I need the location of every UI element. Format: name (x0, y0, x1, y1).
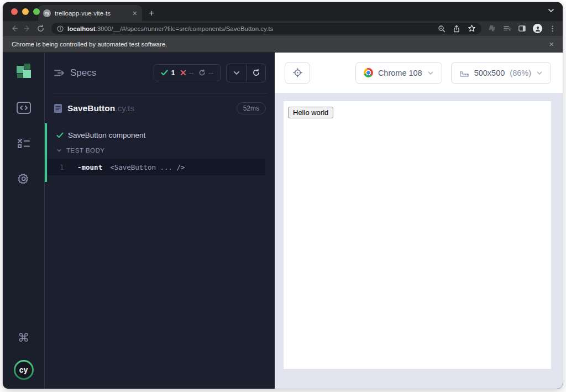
extensions-puzzle-icon[interactable] (488, 24, 496, 33)
test-row[interactable]: SaveButton component (48, 124, 275, 139)
test-name: SaveButton component (68, 131, 145, 139)
cypress-version-badge[interactable]: cy (14, 360, 34, 380)
stat-passed: 1 (161, 69, 175, 77)
specs-list-icon (54, 69, 65, 77)
reload-icon[interactable] (35, 23, 46, 34)
back-icon[interactable] (8, 23, 19, 34)
command-line-number: 1 (48, 163, 71, 171)
cypress-app-logo[interactable] (17, 64, 31, 78)
cypress-app: ⌘ cy Specs 1 -- (3, 53, 563, 389)
collapse-chevron-button[interactable] (227, 64, 246, 82)
keyboard-shortcuts-icon[interactable]: ⌘ (18, 331, 29, 344)
tab-title: trelloapp-vue-vite-ts (55, 10, 129, 17)
specs-title: Specs (70, 67, 96, 79)
specs-panel: Specs 1 -- -- (45, 53, 275, 389)
zoom-icon[interactable] (438, 25, 446, 33)
component-iframe: Hello world (284, 101, 551, 369)
maximize-window-button[interactable] (33, 8, 40, 15)
browser-menu-icon[interactable]: ⋮ (549, 24, 556, 33)
failed-count: -- (189, 69, 194, 77)
command-args: <SaveButton ... /> (110, 163, 185, 171)
browser-tab[interactable]: cy trelloapp-vue-vite-ts × (38, 5, 142, 21)
bookmark-star-icon[interactable] (468, 24, 476, 33)
browser-window: cy trelloapp-vue-vite-ts × + localhost:3… (3, 2, 563, 389)
specs-explorer-icon[interactable] (16, 100, 32, 116)
tab-strip: cy trelloapp-vue-vite-ts × + (3, 2, 563, 21)
browser-select-label: Chrome 108 (378, 69, 422, 77)
test-results-icon[interactable] (16, 135, 32, 151)
command-log-row[interactable]: 1 -mount <SaveButton ... /> (48, 159, 265, 175)
address-bar[interactable]: localhost:3000/__/#/specs/runner?file=sr… (51, 23, 481, 34)
chrome-logo-icon (364, 68, 373, 77)
automation-banner: Chrome is being controlled by automated … (3, 36, 563, 53)
settings-gear-icon[interactable] (16, 171, 32, 186)
component-viewport: Hello world (275, 93, 563, 389)
hello-world-button[interactable]: Hello world (288, 107, 333, 118)
command-name: -mount (77, 163, 102, 171)
selector-playground-button[interactable] (285, 62, 310, 84)
rerun-button[interactable] (246, 64, 265, 82)
reading-list-icon[interactable] (503, 24, 511, 33)
url-path: :3000/__/#/specs/runner?file=src/compone… (95, 25, 273, 32)
banner-close-icon[interactable]: × (549, 40, 554, 48)
run-stats[interactable]: 1 -- -- (154, 64, 221, 81)
stat-failed: -- (180, 69, 194, 77)
traffic-lights (11, 8, 40, 15)
new-tab-button[interactable]: + (149, 8, 154, 18)
cypress-nav-rail: ⌘ cy (3, 53, 45, 389)
preview-header: Chrome 108 500x500 (86%) (275, 53, 563, 93)
test-body-label: TEST BODY (66, 147, 104, 154)
spec-actions (226, 64, 266, 82)
viewport-zoom-label: (86%) (510, 69, 531, 77)
test-result-section: SaveButton component TEST BODY 1 -mount … (45, 123, 275, 182)
url-host: localhost (67, 25, 95, 32)
side-panel-icon[interactable] (518, 24, 526, 33)
cy-logo-text: cy (15, 362, 32, 378)
viewport-size-label: 500x500 (474, 69, 505, 77)
tab-search-chevron-icon[interactable] (547, 7, 555, 14)
share-icon[interactable] (453, 25, 460, 33)
spec-file-row[interactable]: SaveButton.cy.ts 52ms (45, 93, 275, 123)
cypress-favicon: cy (43, 9, 51, 17)
browser-toolbar: localhost:3000/__/#/specs/runner?file=sr… (3, 21, 563, 36)
profile-avatar[interactable] (533, 24, 542, 33)
passed-count: 1 (171, 69, 175, 77)
viewport-select-dropdown[interactable]: 500x500 (86%) (451, 62, 551, 84)
pending-count: -- (208, 69, 213, 77)
spec-duration-badge: 52ms (237, 102, 266, 114)
url-text: localhost:3000/__/#/specs/runner?file=sr… (67, 25, 434, 32)
spec-file-name: SaveButton (67, 103, 115, 113)
browser-select-dropdown[interactable]: Chrome 108 (355, 62, 442, 84)
minimize-window-button[interactable] (22, 8, 29, 15)
spec-file-ext: .cy.ts (115, 103, 134, 113)
passed-indicator-bar (45, 123, 47, 182)
test-body-toggle[interactable]: TEST BODY (48, 139, 275, 159)
ruler-icon (459, 69, 469, 77)
spec-file-icon (54, 103, 62, 113)
automation-banner-text: Chrome is being controlled by automated … (12, 41, 167, 48)
tab-close-icon[interactable]: × (133, 9, 137, 17)
preview-panel: Chrome 108 500x500 (86%) Hello wor (275, 53, 563, 389)
close-window-button[interactable] (11, 8, 18, 15)
specs-header: Specs 1 -- -- (45, 53, 275, 93)
site-info-icon[interactable] (57, 25, 64, 32)
forward-icon[interactable] (22, 23, 33, 34)
stat-pending: -- (198, 69, 213, 77)
